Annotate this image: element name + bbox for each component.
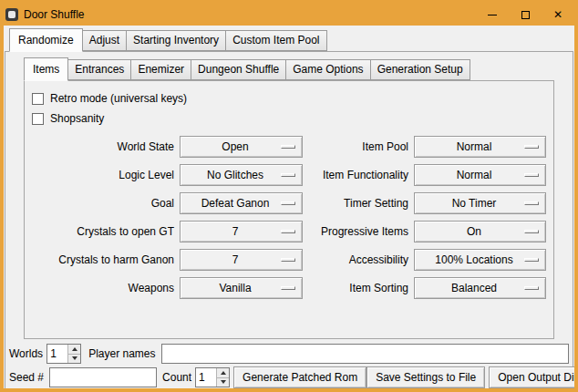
weapons-dropdown[interactable]: Vanilla <box>180 277 303 299</box>
window-controls: ✕ <box>476 4 574 26</box>
progressive-items-dropdown[interactable]: On <box>414 221 546 242</box>
titlebar[interactable]: Door Shuffle ✕ <box>4 4 574 26</box>
seed-input[interactable] <box>49 367 157 387</box>
app-icon <box>5 8 18 21</box>
retro-mode-row: Retro mode (universal keys) <box>32 88 548 108</box>
dropdown-indicator-icon <box>281 286 295 290</box>
tab-entrances[interactable]: Entrances <box>67 59 131 80</box>
logic-level-dropdown[interactable]: No Glitches <box>180 164 303 186</box>
dropdown-indicator-icon <box>524 230 539 233</box>
world-state-label: World State <box>30 140 174 153</box>
tab-starting-inventory[interactable]: Starting Inventory <box>126 30 226 51</box>
dropdown-indicator-icon <box>281 201 295 205</box>
worlds-spinner <box>46 344 81 364</box>
world-state-dropdown[interactable]: Open <box>180 136 303 158</box>
primary-tab-bar: Randomize Adjust Starting Inventory Cust… <box>9 28 574 51</box>
count-spinner <box>195 367 230 387</box>
dropdown-indicator-icon <box>281 173 295 177</box>
weapons-value: Vanilla <box>181 282 281 294</box>
close-icon: ✕ <box>553 9 563 20</box>
tab-generation-setup[interactable]: Generation Setup <box>370 59 470 80</box>
dropdown-indicator-icon <box>524 258 539 262</box>
crystals-ganon-label: Crystals to harm Ganon <box>30 253 174 266</box>
tab-items[interactable]: Items <box>24 57 68 81</box>
settings-row: Crystals to harm Ganon 7 Accessibility 1… <box>30 249 548 271</box>
tab-dungeon-shuffle[interactable]: Dungeon Shuffle <box>191 59 286 80</box>
retro-mode-checkbox[interactable] <box>32 93 44 105</box>
maximize-icon <box>521 11 530 19</box>
player-names-label: Player names <box>88 347 155 360</box>
timer-setting-value: No Timer <box>415 197 524 210</box>
tab-randomize[interactable]: Randomize <box>9 28 83 52</box>
world-state-value: Open <box>181 140 281 153</box>
weapons-label: Weapons <box>30 282 174 294</box>
shopsanity-row: Shopsanity <box>32 108 548 129</box>
arrow-up-icon <box>221 371 226 375</box>
item-functionality-value: Normal <box>415 169 524 181</box>
dropdown-indicator-icon <box>524 145 539 149</box>
tab-enemizer[interactable]: Enemizer <box>130 59 191 80</box>
player-names-input[interactable] <box>161 344 570 364</box>
worlds-label: Worlds <box>9 347 43 360</box>
door-shuffle-window: Door Shuffle ✕ Randomize Adjust Starting… <box>0 0 578 392</box>
arrow-down-icon <box>72 356 77 360</box>
settings-grid: World State Open Item Pool Normal Logic … <box>30 136 548 299</box>
dropdown-indicator-icon <box>281 145 295 149</box>
retro-mode-label: Retro mode (universal keys) <box>50 92 187 105</box>
tab-game-options[interactable]: Game Options <box>285 59 370 80</box>
item-sorting-label: Item Sorting <box>303 282 408 294</box>
item-sorting-dropdown[interactable]: Balanced <box>414 277 546 299</box>
randomize-pane: Items Entrances Enemizer Dungeon Shuffle… <box>5 51 573 392</box>
count-down-arrow[interactable] <box>217 377 229 387</box>
crystals-gt-label: Crystals to open GT <box>30 225 174 238</box>
settings-row: World State Open Item Pool Normal <box>30 136 548 158</box>
logic-level-label: Logic Level <box>30 169 174 181</box>
generate-patched-rom-button[interactable]: Generate Patched Rom <box>233 366 366 388</box>
progressive-items-value: On <box>415 225 524 238</box>
progressive-items-label: Progressive Items <box>303 225 408 238</box>
settings-row: Crystals to open GT 7 Progressive Items … <box>30 221 548 242</box>
tab-adjust[interactable]: Adjust <box>82 30 127 51</box>
count-up-arrow[interactable] <box>217 368 229 377</box>
worlds-down-arrow[interactable] <box>68 354 80 364</box>
items-pane: Retro mode (universal keys) Shopsanity W… <box>24 80 554 339</box>
crystals-ganon-dropdown[interactable]: 7 <box>180 249 303 271</box>
settings-row: Weapons Vanilla Item Sorting Balanced <box>30 277 548 299</box>
goal-dropdown[interactable]: Defeat Ganon <box>180 192 303 214</box>
goal-value: Defeat Ganon <box>181 197 281 210</box>
settings-row: Goal Defeat Ganon Timer Setting No Timer <box>30 192 548 214</box>
minimize-button[interactable] <box>476 4 509 26</box>
item-functionality-dropdown[interactable]: Normal <box>414 164 546 186</box>
worlds-row: Worlds Player names <box>9 343 569 365</box>
item-sorting-value: Balanced <box>415 282 524 294</box>
crystals-gt-dropdown[interactable]: 7 <box>180 221 303 242</box>
shopsanity-label: Shopsanity <box>50 112 104 125</box>
crystals-ganon-value: 7 <box>181 253 281 266</box>
save-settings-button[interactable]: Save Settings to File <box>366 366 485 388</box>
worlds-input[interactable] <box>47 345 67 363</box>
item-pool-dropdown[interactable]: Normal <box>414 136 546 158</box>
window-title: Door Shuffle <box>24 8 85 21</box>
close-button[interactable]: ✕ <box>542 4 574 26</box>
accessibility-dropdown[interactable]: 100% Locations <box>414 249 546 271</box>
seed-label: Seed # <box>9 371 44 384</box>
timer-setting-label: Timer Setting <box>303 197 408 210</box>
worlds-up-arrow[interactable] <box>68 345 80 354</box>
item-functionality-label: Item Functionality <box>303 169 408 181</box>
count-spin-buttons <box>216 368 229 387</box>
tab-custom-item-pool[interactable]: Custom Item Pool <box>225 30 326 51</box>
seed-row: Seed # Count Generate Patched Rom Save S… <box>9 366 569 388</box>
crystals-gt-value: 7 <box>181 225 281 238</box>
arrow-up-icon <box>72 347 77 351</box>
item-pool-label: Item Pool <box>303 140 408 153</box>
accessibility-label: Accessibility <box>303 253 408 266</box>
secondary-tab-bar: Items Entrances Enemizer Dungeon Shuffle… <box>24 57 573 80</box>
worlds-spin-buttons <box>67 345 80 363</box>
maximize-button[interactable] <box>509 4 542 26</box>
settings-row: Logic Level No Glitches Item Functionali… <box>30 164 548 186</box>
dropdown-indicator-icon <box>281 230 295 233</box>
timer-setting-dropdown[interactable]: No Timer <box>414 192 546 214</box>
open-output-directory-button[interactable]: Open Output Directory <box>489 366 578 388</box>
count-input[interactable] <box>196 368 216 387</box>
shopsanity-checkbox[interactable] <box>32 113 44 125</box>
